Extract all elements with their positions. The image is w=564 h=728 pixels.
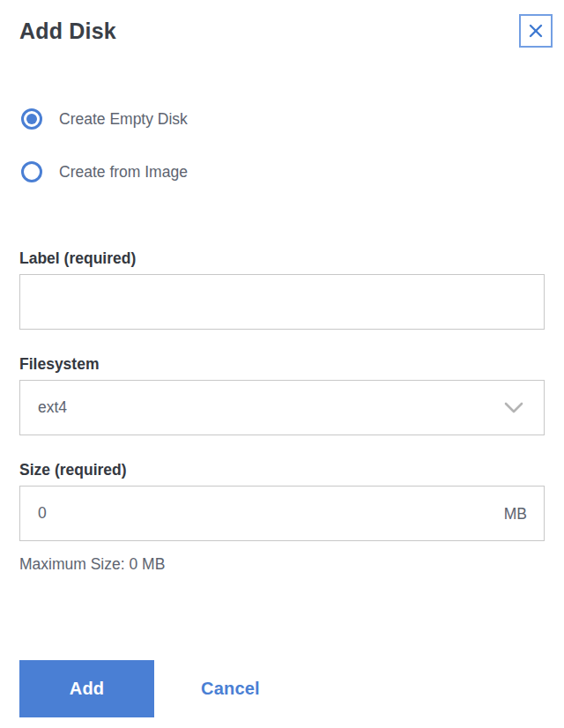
- cancel-button[interactable]: Cancel: [201, 679, 260, 699]
- size-field: Size (required) MB Maximum Size: 0 MB: [19, 461, 545, 574]
- filesystem-select[interactable]: ext4: [19, 380, 545, 435]
- size-field-label: Size (required): [19, 461, 545, 479]
- radio-button-icon: [21, 161, 42, 182]
- radio-create-empty-disk[interactable]: Create Empty Disk: [19, 108, 545, 130]
- filesystem-field-label: Filesystem: [19, 355, 545, 374]
- size-input[interactable]: [19, 486, 545, 541]
- filesystem-selected-value: ext4: [38, 398, 67, 417]
- radio-label: Create Empty Disk: [59, 110, 188, 129]
- radio-create-from-image[interactable]: Create from Image: [19, 161, 545, 182]
- dialog-actions: Add Cancel: [19, 660, 260, 717]
- chevron-down-icon: [503, 401, 526, 415]
- close-button[interactable]: [519, 14, 553, 48]
- filesystem-field: Filesystem ext4: [19, 355, 545, 435]
- dialog-header: Add Disk: [19, 0, 545, 48]
- close-icon: [527, 22, 545, 40]
- radio-label: Create from Image: [59, 163, 188, 182]
- label-input[interactable]: [19, 274, 545, 330]
- disk-mode-radio-group: Create Empty Disk Create from Image: [19, 108, 545, 182]
- radio-button-icon: [21, 108, 42, 130]
- add-disk-dialog: Add Disk Create Empty Disk Create from I…: [0, 0, 564, 728]
- add-button[interactable]: Add: [19, 660, 154, 717]
- label-field-label: Label (required): [19, 249, 545, 268]
- max-size-helper-text: Maximum Size: 0 MB: [19, 555, 545, 574]
- page-title: Add Disk: [19, 19, 116, 44]
